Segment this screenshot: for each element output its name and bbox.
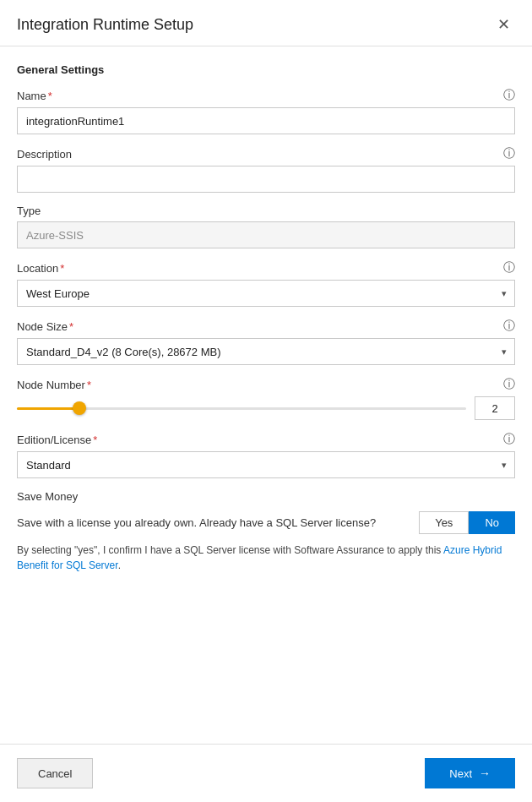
edition-license-label-row: Edition/License * ⓘ <box>17 432 515 447</box>
node-size-select-wrapper: Standard_D4_v2 (8 Core(s), 28672 MB) Sta… <box>17 338 515 365</box>
node-number-info-icon[interactable]: ⓘ <box>503 377 515 392</box>
save-money-section: Save Money Save with a license you alrea… <box>17 490 515 573</box>
location-select-wrapper: West Europe East US West US North Europe… <box>17 280 515 307</box>
type-field-group: Type <box>17 205 515 248</box>
integration-runtime-setup-dialog: Integration Runtime Setup ✕ General Sett… <box>0 0 532 802</box>
node-number-label: Node Number <box>17 379 85 391</box>
edition-license-select[interactable]: Standard Enterprise <box>17 451 515 478</box>
edition-license-required-star: * <box>93 434 97 446</box>
type-input <box>17 221 515 248</box>
type-label-row: Type <box>17 205 515 217</box>
description-field-group: Description ⓘ <box>17 146 515 193</box>
node-size-label: Node Size <box>17 320 68 333</box>
dialog-header: Integration Runtime Setup ✕ <box>0 0 532 46</box>
save-money-note-suffix: . <box>118 559 121 571</box>
slider-wrapper <box>17 400 466 417</box>
dialog-title: Integration Runtime Setup <box>17 16 193 34</box>
save-money-note: By selecting "yes", I confirm I have a S… <box>17 543 515 573</box>
name-input[interactable] <box>17 107 515 134</box>
node-number-value-input[interactable] <box>475 396 515 420</box>
description-label-row: Description ⓘ <box>17 146 515 161</box>
node-number-required-star: * <box>87 379 91 391</box>
name-required-star: * <box>48 90 52 102</box>
edition-license-field-group: Edition/License * ⓘ Standard Enterprise … <box>17 432 515 478</box>
name-field-group: Name * ⓘ <box>17 88 515 134</box>
location-field-group: Location * ⓘ West Europe East US West US… <box>17 260 515 307</box>
node-size-info-icon[interactable]: ⓘ <box>503 319 515 334</box>
description-input[interactable] <box>17 166 515 193</box>
description-label: Description <box>17 148 72 161</box>
dialog-footer: Cancel Next → <box>0 744 532 802</box>
dialog-body: General Settings Name * ⓘ Description ⓘ … <box>0 46 532 744</box>
location-label-row: Location * ⓘ <box>17 260 515 276</box>
next-arrow-icon: → <box>479 767 491 780</box>
close-button[interactable]: ✕ <box>492 15 515 34</box>
node-number-slider-row <box>17 396 515 420</box>
node-number-field-group: Node Number * ⓘ <box>17 377 515 420</box>
description-info-icon[interactable]: ⓘ <box>503 146 515 161</box>
location-select[interactable]: West Europe East US West US North Europe <box>17 280 515 307</box>
yes-no-buttons: Yes No <box>419 511 515 534</box>
edition-license-select-wrapper: Standard Enterprise ▾ <box>17 451 515 478</box>
node-size-select[interactable]: Standard_D4_v2 (8 Core(s), 28672 MB) Sta… <box>17 338 515 365</box>
location-required-star: * <box>60 262 64 275</box>
type-label: Type <box>17 205 41 217</box>
edition-license-label: Edition/License <box>17 434 91 446</box>
node-size-field-group: Node Size * ⓘ Standard_D4_v2 (8 Core(s),… <box>17 319 515 365</box>
name-label-row: Name * ⓘ <box>17 88 515 103</box>
location-label: Location <box>17 262 58 275</box>
name-info-icon[interactable]: ⓘ <box>503 88 515 103</box>
save-money-note-text: By selecting "yes", I confirm I have a S… <box>17 544 443 556</box>
no-button[interactable]: No <box>469 511 515 534</box>
section-title-general: General Settings <box>17 63 515 76</box>
save-money-title: Save Money <box>17 490 515 503</box>
next-button[interactable]: Next → <box>425 758 515 788</box>
yes-button[interactable]: Yes <box>419 511 469 534</box>
location-info-icon[interactable]: ⓘ <box>503 260 515 276</box>
save-money-prompt: Save with a license you already own. Alr… <box>17 516 409 529</box>
node-size-label-row: Node Size * ⓘ <box>17 319 515 334</box>
save-money-row: Save with a license you already own. Alr… <box>17 511 515 534</box>
cancel-button[interactable]: Cancel <box>17 758 93 788</box>
name-label: Name <box>17 90 46 102</box>
node-number-label-row: Node Number * ⓘ <box>17 377 515 392</box>
node-size-required-star: * <box>69 320 73 333</box>
edition-license-info-icon[interactable]: ⓘ <box>503 432 515 447</box>
next-button-label: Next <box>449 767 472 780</box>
